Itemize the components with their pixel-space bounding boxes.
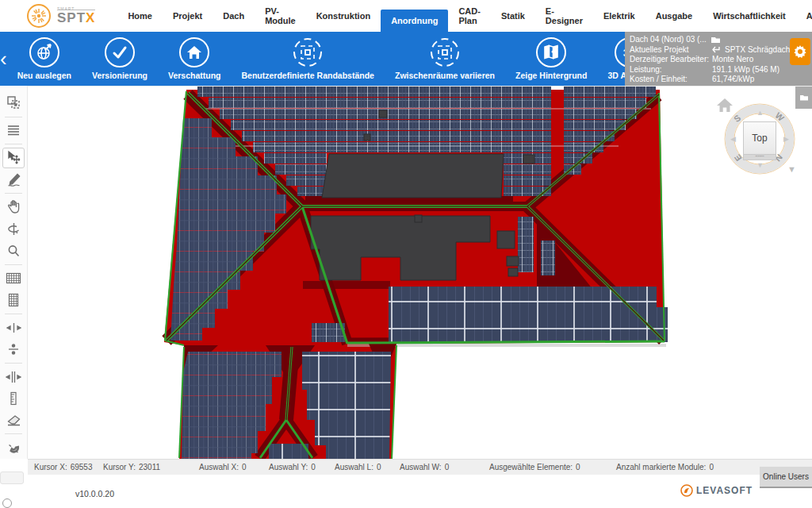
neu-auslegen-button[interactable]: Neu auslegen	[17, 37, 71, 80]
menu-item-admin[interactable]: Admin	[796, 0, 812, 32]
editor-value: Monte Nero	[712, 55, 753, 65]
verschattung-button[interactable]: Verschattung	[168, 37, 221, 80]
ribbon-toolbar: ‹ Neu auslegen Versionierung Verschattun…	[0, 32, 625, 86]
gear-icon	[793, 44, 807, 59]
module-grid-vertical-tool[interactable]	[2, 290, 25, 310]
compass-top-face[interactable]: Top	[743, 121, 776, 155]
select-move-tool[interactable]	[2, 148, 25, 168]
levasoft-icon	[680, 484, 693, 497]
online-users-button[interactable]: Online Users	[760, 467, 812, 488]
editor-label: Derzeitiger Bearbeiter:	[630, 55, 712, 65]
menu-item-projekt[interactable]: Projekt	[163, 0, 213, 32]
selection-x-label: Auswahl X:	[199, 463, 239, 471]
sidebar-separator	[5, 117, 22, 117]
footer: v10.0.0.20 LEVASOFT	[0, 475, 812, 508]
roof-title[interactable]: Dach 04 (Nord) 03 (...	[630, 35, 707, 45]
row-spacing-tool[interactable]	[2, 367, 25, 387]
selection-l-label: Auswahl L:	[335, 463, 373, 471]
menu-item-anordnung[interactable]: Anordnung	[381, 10, 448, 32]
marked-modules-label: Anzahl markierte Module:	[616, 463, 706, 471]
spacing-vertical-tool[interactable]	[2, 339, 25, 360]
zeige-hintergrund-button[interactable]: Zeige Hintergrund	[515, 37, 587, 80]
map-pencil-icon	[536, 37, 566, 67]
sidebar-separator	[5, 314, 22, 314]
dashed-frame-icon	[430, 37, 460, 67]
roof-flag-icon[interactable]	[710, 36, 721, 44]
toolbar-back-button[interactable]: ‹	[0, 47, 7, 71]
sidebar-separator	[5, 144, 22, 144]
cursor-x-value: 69553	[71, 463, 93, 471]
settings-gear-button[interactable]	[790, 38, 810, 65]
levasoft-logo: LEVASOFT	[680, 484, 753, 497]
status-bar: Kursor X:69553 Kursor Y:23011 Auswahl X:…	[28, 459, 812, 475]
globe-refresh-icon	[29, 37, 59, 67]
menu-item-ausgabe[interactable]: Ausgabe	[645, 0, 703, 32]
project-value: SPTX Schrägdach	[725, 45, 790, 56]
selection-l-value: 0	[377, 463, 381, 471]
view-compass[interactable]: S W E N ▲ ▼ ◀ ▶ Top *******	[723, 102, 796, 175]
menu-item-e-designer[interactable]: E-Designer	[535, 0, 593, 32]
menu-item-statik[interactable]: Statik	[491, 0, 535, 32]
corner-tab[interactable]	[0, 471, 24, 484]
selected-elements-value: 0	[576, 463, 580, 471]
pan-tool[interactable]	[2, 197, 25, 217]
selection-x-value: 0	[242, 463, 247, 471]
eraser-tool[interactable]	[2, 410, 25, 431]
selection-y-value: 0	[311, 463, 316, 471]
rotate-tool[interactable]	[2, 219, 25, 240]
magnet-tool[interactable]	[2, 437, 25, 458]
cost-value: 61,74€/kWp	[712, 75, 754, 85]
dashed-frame-icon	[293, 37, 323, 67]
selection-w-label: Auswahl W:	[400, 463, 442, 471]
compass-arrow-down[interactable]: ▼	[756, 161, 764, 169]
cursor-y-value: 23011	[139, 463, 160, 471]
roof-drawing[interactable]	[28, 87, 797, 460]
power-value: 191.1 kWp (546 M)	[712, 65, 779, 75]
checkmark-icon	[105, 37, 135, 67]
project-label: Aktuelles Projekt	[630, 45, 712, 56]
layer-list-tool[interactable]	[2, 121, 25, 141]
menu-item-wirtschaftlichkeit[interactable]: Wirtschaftlichkeit	[703, 0, 796, 32]
compass-arrow-left[interactable]: ◀	[730, 135, 736, 143]
selection-y-label: Auswahl Y:	[269, 463, 308, 471]
zoom-tool[interactable]	[2, 241, 25, 261]
sidebar-separator	[5, 433, 22, 434]
ruler-tool[interactable]	[2, 388, 25, 409]
logo-main-text: SPTX	[57, 10, 95, 25]
marked-modules-value: 0	[709, 463, 714, 471]
copy-selection-tool[interactable]	[2, 93, 25, 114]
cursor-x-label: Kursor X:	[34, 463, 67, 471]
menu-item-cad-plan[interactable]: CAD-Plan	[448, 0, 491, 32]
cost-label: Kosten / Einheit:	[630, 75, 712, 85]
draw-tool[interactable]	[2, 170, 25, 190]
compass-arrow-up[interactable]: ▲	[756, 109, 764, 117]
panel-flag-icon	[799, 94, 809, 102]
collapse-chevron-icon[interactable]: ▼	[787, 164, 796, 174]
menu-item-elektrik[interactable]: Elektrik	[593, 0, 645, 32]
module-grid-horizontal-tool[interactable]	[2, 268, 25, 289]
spacing-horizontal-tool[interactable]	[2, 318, 25, 338]
layout-canvas[interactable]: S W E N ▲ ▼ ◀ ▶ Top ******* ▼	[28, 86, 812, 459]
sun-logo-icon	[27, 4, 51, 28]
right-panel-tab[interactable]	[795, 87, 812, 109]
selected-elements-label: Ausgewählte Elemente:	[489, 463, 573, 471]
tool-sidebar	[0, 86, 28, 459]
versionierung-button[interactable]: Versionierung	[92, 37, 147, 80]
cursor-y-label: Kursor Y:	[103, 463, 136, 471]
sidebar-separator	[5, 363, 22, 364]
menu-item-home[interactable]: Home	[117, 0, 163, 32]
help-circle-icon[interactable]	[2, 498, 12, 508]
randabstaende-button[interactable]: Benutzerdefinierte Randabstände	[242, 37, 374, 80]
sidebar-separator	[5, 264, 22, 265]
selection-w-value: 0	[445, 463, 450, 471]
version-text: v10.0.0.20	[75, 489, 114, 498]
compass-arrow-right[interactable]: ▶	[783, 135, 789, 143]
app-logo: SMART SPTX	[27, 4, 95, 28]
menu-item-pv-module[interactable]: PV-Module	[255, 0, 306, 32]
menu-bar: SMART SPTX Home Projekt Dach PV-Module K…	[0, 0, 812, 32]
zwischenraeume-button[interactable]: Zwischenräume variieren	[395, 37, 495, 80]
menu-item-dach[interactable]: Dach	[213, 0, 255, 32]
compass-front-face[interactable]: *******	[743, 155, 776, 160]
return-arrow-icon[interactable]	[712, 46, 722, 54]
menu-item-konstruktion[interactable]: Konstruktion	[306, 0, 381, 32]
